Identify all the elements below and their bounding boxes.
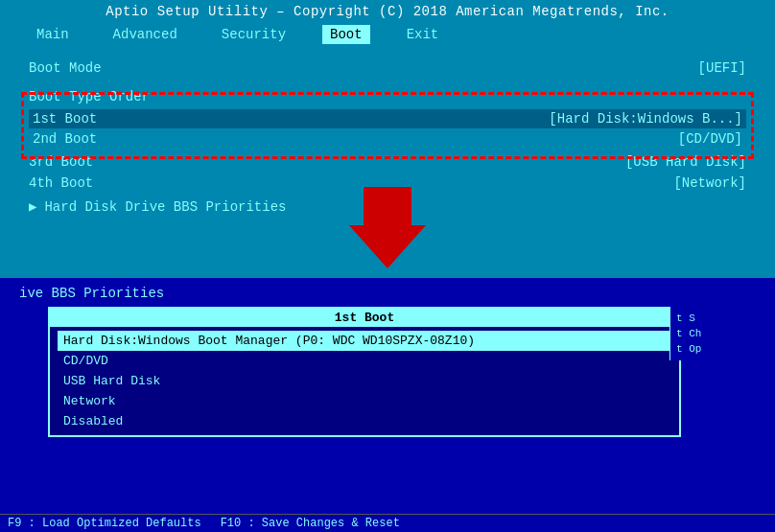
boot-option-2[interactable]: USB Hard Disk	[58, 371, 671, 391]
boot-dialog-options: Hard Disk:Windows Boot Manager (P0: WDC …	[50, 327, 679, 435]
second-boot-row[interactable]: 2nd Boot [CD/DVD]	[29, 128, 746, 150]
title-text: Aptio Setup Utility – Copyright (C) 2018…	[106, 4, 669, 19]
third-boot-row[interactable]: 3rd Boot [USB Hard Disk]	[29, 151, 746, 173]
fourth-boot-label: 4th Boot	[29, 175, 221, 191]
partial-label-text: ive BBS Priorities	[19, 286, 164, 301]
fn9-item: F9 : Load Optimized Defaults	[8, 517, 201, 530]
red-arrow-container	[349, 187, 426, 268]
second-boot-value: [CD/DVD]	[678, 131, 742, 147]
hdd-priority-label: Hard Disk Drive BBS Priorities	[44, 199, 286, 215]
first-boot-value: [Hard Disk:Windows B...]	[549, 111, 742, 127]
fn9-label: : Load Optimized Defaults	[29, 517, 201, 530]
right-panel-item-2: t Op	[676, 341, 769, 357]
highlighted-boot-area: 1st Boot [Hard Disk:Windows B...] 2nd Bo…	[29, 109, 746, 150]
third-boot-label: 3rd Boot	[29, 154, 221, 170]
nav-bar: Main Advanced Security Boot Exit	[0, 23, 775, 46]
right-panel: t S t Ch t Op	[669, 307, 775, 360]
right-panel-item-0: t S	[676, 311, 769, 326]
nav-main[interactable]: Main	[29, 25, 77, 44]
fn10-item: F10 : Save Changes & Reset	[221, 517, 400, 530]
nav-boot[interactable]: Boot	[322, 25, 370, 44]
boot-mode-row: Boot Mode [UEFI]	[29, 58, 746, 79]
boot-option-4[interactable]: Disabled	[58, 411, 671, 431]
boot-mode-label: Boot Mode	[29, 60, 221, 76]
arrow-head	[349, 225, 426, 268]
arrow-shape	[349, 187, 426, 268]
boot-mode-value: [UEFI]	[698, 60, 746, 76]
boot-dialog: 1st Boot Hard Disk:Windows Boot Manager …	[48, 307, 681, 437]
third-boot-value: [USB Hard Disk]	[625, 154, 746, 170]
arrow-shaft	[364, 187, 411, 225]
fn-key-bar: F9 : Load Optimized Defaults F10 : Save …	[0, 514, 775, 532]
boot-option-1[interactable]: CD/DVD	[58, 351, 671, 371]
bios-top-panel: Aptio Setup Utility – Copyright (C) 2018…	[0, 0, 775, 278]
nav-exit[interactable]: Exit	[399, 25, 447, 44]
fn10-key: F10	[221, 517, 242, 530]
title-bar: Aptio Setup Utility – Copyright (C) 2018…	[0, 0, 775, 23]
bottom-partial-label: ive BBS Priorities	[0, 278, 775, 305]
hdd-expand-icon: ▶	[29, 198, 36, 215]
nav-security[interactable]: Security	[214, 25, 294, 44]
bios-bottom-panel: ive BBS Priorities 1st Boot Hard Disk:Wi…	[0, 278, 775, 532]
fn9-key: F9	[8, 517, 21, 530]
fn10-label: : Save Changes & Reset	[247, 517, 399, 530]
first-boot-label: 1st Boot	[33, 111, 97, 127]
boot-option-0[interactable]: Hard Disk:Windows Boot Manager (P0: WDC …	[58, 331, 671, 351]
boot-type-order-row: Boot Type Order	[29, 86, 746, 107]
nav-advanced[interactable]: Advanced	[106, 25, 185, 44]
boot-type-order-label: Boot Type Order	[29, 89, 221, 104]
boot-option-3[interactable]: Network	[58, 391, 671, 411]
fourth-boot-value: [Network]	[673, 175, 746, 191]
first-boot-row[interactable]: 1st Boot [Hard Disk:Windows B...]	[29, 109, 746, 128]
boot-dialog-title: 1st Boot	[50, 309, 679, 327]
second-boot-label: 2nd Boot	[33, 131, 97, 147]
right-panel-item-1: t Ch	[676, 326, 769, 341]
